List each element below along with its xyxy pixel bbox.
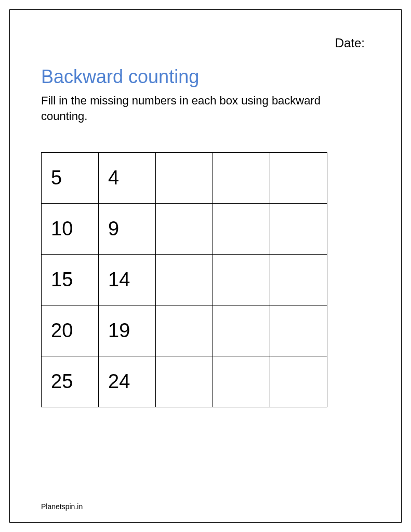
grid-cell[interactable] [270,305,327,356]
grid-cell[interactable] [213,305,270,356]
grid-cell[interactable]: 4 [99,153,156,204]
grid-cell[interactable] [213,356,270,407]
grid-cell[interactable]: 14 [99,255,156,305]
table-row: 25 24 [42,356,327,407]
grid-cell[interactable] [156,356,213,407]
page-title: Backward counting [41,66,370,88]
counting-grid: 5 4 10 9 15 14 20 19 25 [41,152,327,407]
worksheet-page: Date: Backward counting Fill in the miss… [9,9,402,523]
footer-credit: Planetspin.in [41,502,83,511]
table-row: 10 9 [42,204,327,255]
date-label: Date: [41,36,370,50]
grid-cell[interactable] [270,356,327,407]
grid-cell[interactable] [156,305,213,356]
grid-cell[interactable] [270,153,327,204]
grid-cell[interactable] [213,255,270,305]
grid-cell[interactable]: 24 [99,356,156,407]
grid-cell[interactable] [156,153,213,204]
table-row: 5 4 [42,153,327,204]
grid-cell[interactable]: 19 [99,305,156,356]
grid-cell[interactable] [213,153,270,204]
grid-cell[interactable]: 9 [99,204,156,255]
grid-cell[interactable]: 5 [42,153,99,204]
table-row: 15 14 [42,255,327,305]
grid-cell[interactable] [270,255,327,305]
grid-cell[interactable]: 20 [42,305,99,356]
grid-cell[interactable]: 10 [42,204,99,255]
grid-cell[interactable]: 25 [42,356,99,407]
grid-cell[interactable] [156,255,213,305]
grid-cell[interactable] [270,204,327,255]
grid-cell[interactable]: 15 [42,255,99,305]
table-row: 20 19 [42,305,327,356]
instructions-text: Fill in the missing numbers in each box … [41,93,332,124]
grid-cell[interactable] [213,204,270,255]
grid-cell[interactable] [156,204,213,255]
